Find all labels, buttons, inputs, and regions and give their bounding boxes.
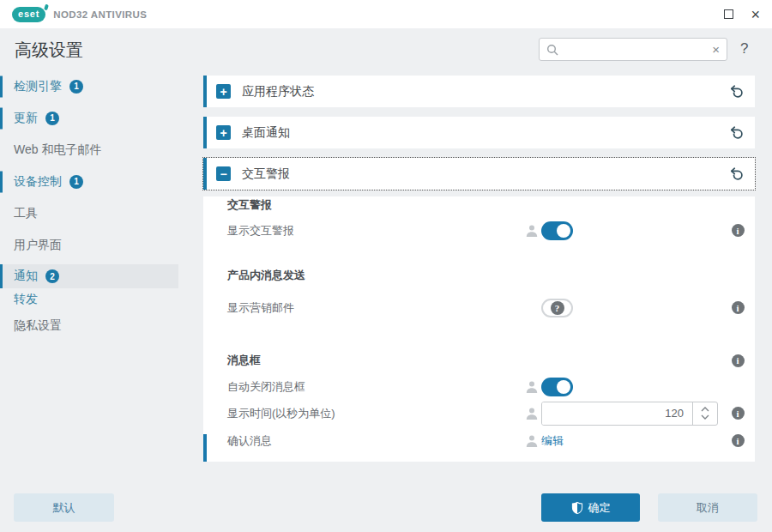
sidebar-item-web-email[interactable]: Web 和电子邮件 bbox=[0, 134, 202, 166]
eset-logo-tick bbox=[44, 3, 49, 10]
info-icon[interactable]: i bbox=[732, 354, 745, 367]
user-icon bbox=[525, 380, 539, 394]
group-heading-interactive-alerts: 交互警报 bbox=[203, 196, 755, 214]
setting-label: 自动关闭消息框 bbox=[227, 379, 525, 395]
question-icon: ? bbox=[551, 301, 564, 315]
sidebar-item-forwarding[interactable]: 转发 bbox=[0, 288, 202, 310]
group-heading-in-product-messaging: 产品内消息发送 bbox=[203, 267, 755, 284]
page-title: 高级设置 bbox=[15, 39, 83, 62]
section-interactive-alerts[interactable]: − 交互警报 bbox=[203, 158, 755, 190]
ok-button-label: 确定 bbox=[588, 500, 611, 516]
window-controls: × bbox=[724, 7, 760, 22]
info-icon[interactable]: i bbox=[732, 407, 745, 420]
modified-indicator bbox=[0, 171, 3, 192]
close-button[interactable]: × bbox=[751, 7, 760, 22]
modified-indicator bbox=[0, 107, 3, 129]
sidebar-item-label: 用户界面 bbox=[14, 238, 62, 253]
setting-row-show-marketing-email: 显示营销邮件 ? i bbox=[203, 294, 755, 321]
spinner-down-button[interactable] bbox=[701, 414, 709, 420]
edit-link[interactable]: 编辑 bbox=[541, 433, 564, 449]
sidebar-item-privacy-settings[interactable]: 隐私设置 bbox=[0, 310, 202, 342]
setting-row-display-time-seconds: 显示时间(以秒为单位) i bbox=[203, 400, 755, 426]
toggle-show-marketing-email-unknown[interactable]: ? bbox=[541, 299, 573, 317]
setting-row-confirmation-messages: 确认消息 编辑 i bbox=[203, 427, 755, 454]
sidebar-item-label: 设备控制 bbox=[14, 174, 62, 190]
group-heading-label: 交互警报 bbox=[227, 197, 745, 213]
display-time-input[interactable] bbox=[542, 402, 692, 425]
setting-row-show-interactive-alerts: 显示交互警报 i bbox=[203, 217, 755, 244]
group-heading-label: 消息框 bbox=[227, 353, 718, 368]
sidebar-item-label: 转发 bbox=[14, 292, 38, 307]
toggle-auto-close-message-boxes[interactable] bbox=[541, 378, 573, 396]
info-slot: i bbox=[731, 301, 745, 314]
number-spinner bbox=[692, 402, 717, 425]
collapse-icon: − bbox=[216, 166, 231, 181]
notification-badge: 2 bbox=[45, 269, 59, 283]
toggle-show-interactive-alerts[interactable] bbox=[541, 221, 573, 240]
modified-indicator bbox=[0, 264, 3, 288]
search-clear-icon[interactable]: × bbox=[712, 43, 720, 56]
uac-shield-icon bbox=[571, 501, 583, 515]
toggle-knob bbox=[557, 380, 570, 394]
user-icon bbox=[525, 434, 539, 448]
group-heading-label: 产品内消息发送 bbox=[227, 268, 745, 283]
setting-label: 显示时间(以秒为单位) bbox=[227, 406, 525, 421]
default-button[interactable]: 默认 bbox=[14, 493, 114, 522]
sidebar-item-user-interface[interactable]: 用户界面 bbox=[0, 229, 202, 261]
interactive-alerts-panel: 交互警报 显示交互警报 i 产品内消息发送 显示营销邮件 bbox=[203, 196, 755, 462]
setting-row-auto-close-message-boxes: 自动关闭消息框 bbox=[203, 373, 755, 400]
maximize-button[interactable] bbox=[724, 9, 733, 19]
info-icon[interactable]: i bbox=[732, 224, 745, 237]
eset-logo-text: eset bbox=[18, 9, 39, 19]
user-icon bbox=[525, 224, 539, 238]
search-input[interactable] bbox=[564, 43, 707, 56]
search-icon bbox=[546, 44, 558, 56]
section-title: 应用程序状态 bbox=[242, 84, 314, 100]
sidebar-item-label: Web 和电子邮件 bbox=[14, 142, 101, 158]
setting-label: 显示营销邮件 bbox=[227, 300, 525, 316]
section-title: 桌面通知 bbox=[242, 125, 290, 141]
sidebar-item-label: 工具 bbox=[14, 206, 38, 221]
expand-icon: + bbox=[216, 84, 231, 99]
sidebar-item-detection-engine[interactable]: 检测引擎 1 bbox=[0, 70, 202, 102]
user-icon bbox=[525, 407, 539, 420]
spinner-up-button[interactable] bbox=[701, 407, 709, 412]
expand-icon: + bbox=[216, 125, 231, 140]
toggle-knob bbox=[557, 224, 570, 238]
section-application-statuses[interactable]: + 应用程序状态 bbox=[203, 76, 755, 107]
sidebar-item-tools[interactable]: 工具 bbox=[0, 197, 202, 229]
info-icon[interactable]: i bbox=[732, 301, 745, 314]
info-icon[interactable]: i bbox=[732, 434, 745, 447]
control-column: ? bbox=[541, 299, 718, 317]
control-column bbox=[541, 378, 718, 396]
modified-setting-marker bbox=[203, 434, 207, 462]
notification-badge: 1 bbox=[69, 175, 83, 189]
eset-logo: eset bbox=[12, 7, 45, 22]
info-slot: i bbox=[731, 354, 745, 367]
product-name: NOD32 ANTIVIRUS bbox=[53, 9, 147, 20]
reset-to-default-button[interactable] bbox=[729, 166, 744, 181]
undo-icon bbox=[729, 125, 744, 140]
titlebar: eset NOD32 ANTIVIRUS × bbox=[0, 0, 772, 28]
sidebar-item-label: 隐私设置 bbox=[14, 318, 62, 334]
reset-to-default-button[interactable] bbox=[729, 125, 744, 140]
sidebar-item-notifications[interactable]: 通知 2 bbox=[0, 264, 178, 288]
control-column bbox=[541, 402, 718, 426]
info-slot: i bbox=[731, 407, 745, 420]
undo-icon bbox=[729, 84, 744, 99]
sidebar-item-update[interactable]: 更新 1 bbox=[0, 102, 202, 134]
notification-badge: 1 bbox=[69, 80, 83, 94]
sidebar-item-device-control[interactable]: 设备控制 1 bbox=[0, 166, 202, 197]
section-desktop-notifications[interactable]: + 桌面通知 bbox=[203, 117, 755, 148]
sidebar-item-label: 通知 bbox=[14, 269, 38, 284]
reset-to-default-button[interactable] bbox=[729, 84, 744, 99]
control-column bbox=[541, 221, 718, 240]
sidebar-item-label: 更新 bbox=[14, 111, 38, 126]
notification-badge: 1 bbox=[45, 112, 59, 125]
group-heading-message-boxes: 消息框 i bbox=[203, 352, 755, 369]
help-icon[interactable]: ? bbox=[740, 40, 748, 57]
cancel-button[interactable]: 取消 bbox=[658, 493, 757, 522]
display-time-input-group bbox=[541, 402, 718, 426]
ok-button[interactable]: 确定 bbox=[541, 493, 640, 522]
search-box[interactable]: × bbox=[539, 38, 727, 61]
